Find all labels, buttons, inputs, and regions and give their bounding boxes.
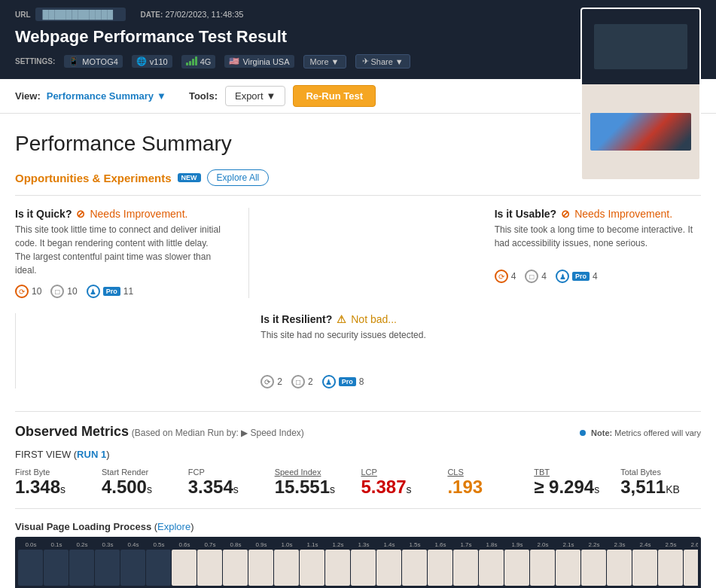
metric-name: CLS — [447, 468, 522, 477]
filmstrip-frame — [95, 550, 120, 586]
toolbar-view: View: Performance Summary ▼ — [15, 90, 166, 102]
chevron-down-icon: ▼ — [331, 57, 340, 66]
metric-value: 3,511KB — [620, 478, 695, 496]
filmstrip-time-label: 2.3s — [607, 541, 632, 548]
metric-name: Total Bytes — [620, 468, 695, 477]
pro-badge: Pro — [572, 272, 590, 281]
filmstrip-time-label: 1.9s — [504, 541, 530, 548]
url-label: URL — [15, 11, 31, 19]
metric-first-byte: First Byte 1.348s — [15, 468, 96, 496]
observed-metrics-title-area: Observed Metrics (Based on Median Run by… — [15, 424, 304, 440]
filmstrip-frame — [351, 550, 376, 586]
metric-tbt: TBT ≥ 9.294s — [528, 468, 614, 496]
metric-item: ♟ Pro 8 — [322, 375, 364, 388]
pro-badge: Pro — [339, 377, 356, 386]
person-icon: ♟ — [87, 285, 100, 298]
filmstrip-frame — [325, 550, 350, 586]
rerun-button[interactable]: Re-Run Test — [293, 85, 376, 107]
thumb-top — [582, 9, 699, 84]
filmstrip: 0.0s0.1s0.2s0.3s0.4s0.5s0.6s0.7s0.8s0.9s… — [15, 537, 701, 588]
share-button[interactable]: ✈ Share ▼ — [355, 54, 410, 69]
metric-value: 5.387s — [361, 478, 436, 496]
filmstrip-frame — [69, 550, 94, 586]
filmstrip-time-label: 1.5s — [402, 541, 428, 548]
metric-item: □ 10 — [50, 285, 77, 298]
filmstrip-frame — [658, 550, 683, 586]
phone-icon: 📱 — [69, 56, 79, 66]
settings-location: 🇺🇸 Virginia USA — [224, 55, 294, 68]
filmstrip-frame — [146, 550, 171, 586]
metric-item: ♟ Pro 4 — [556, 270, 598, 283]
observed-metrics-subtitle: (Based on Median Run by: ▶ Speed Index) — [132, 428, 304, 438]
card-desc-usable: This site took a long time to become int… — [495, 223, 693, 262]
filmstrip-time-label: 2.0s — [530, 541, 556, 548]
status-icon-yellow: ⚠ — [337, 313, 346, 325]
filmstrip-time-label: 1.7s — [453, 541, 479, 548]
filmstrip-frame — [44, 550, 69, 586]
filmstrip-time-label: 0.8s — [223, 541, 248, 548]
thumb-image — [590, 113, 690, 151]
view-select[interactable]: Performance Summary ▼ — [47, 90, 166, 102]
chevron-down-icon: ▼ — [267, 90, 276, 102]
score-card-resilient: Is it Resilient? ⚠ Not bad... This site … — [248, 313, 467, 388]
filmstrip-time-label: 2.2s — [581, 541, 607, 548]
run-link[interactable]: RUN 1 — [77, 449, 106, 460]
metric-value: 15.551s — [275, 478, 349, 496]
filmstrip-frame — [274, 550, 299, 586]
more-button[interactable]: More ▼ — [303, 55, 346, 69]
note-text: Note: Metrics offered will vary — [580, 428, 701, 437]
card-divider — [248, 208, 467, 298]
metric-name: TBT — [534, 468, 608, 477]
filmstrip-time-label: 0.3s — [95, 541, 120, 548]
card-divider-2 — [15, 313, 233, 388]
first-view-label: FIRST VIEW (RUN 1) — [15, 449, 701, 460]
filmstrip-time-label: 1.2s — [325, 541, 351, 548]
filmstrip-frame — [684, 550, 698, 586]
filmstrip-time-label: 0.1s — [44, 541, 69, 548]
filmstrip-frame — [402, 550, 427, 586]
speed-icon: ⟳ — [495, 270, 508, 283]
metric-start-render: Start Render 4.500s — [96, 468, 182, 496]
filmstrip-frames — [18, 550, 698, 586]
explore-all-button[interactable]: Explore All — [207, 169, 270, 186]
person-icon: ♟ — [556, 270, 569, 283]
view-label: View: — [15, 90, 41, 102]
metric-name: Speed Index — [275, 468, 349, 477]
filmstrip-time-label: 0.6s — [172, 541, 197, 548]
card-metrics-resilient: ⟳ 2 □ 2 ♟ Pro 8 — [261, 375, 459, 388]
pro-badge: Pro — [103, 287, 120, 296]
doc-icon: □ — [525, 270, 538, 283]
explore-link[interactable]: Explore — [157, 521, 190, 532]
card-title-usable: Is it Usable? ⊘ Needs Improvement. — [495, 208, 693, 220]
status-icon-orange: ⊘ — [76, 208, 85, 220]
person-icon: ♟ — [322, 375, 336, 388]
filmstrip-frame — [453, 550, 478, 586]
export-button[interactable]: Export ▼ — [225, 86, 285, 106]
metric-name: LCP — [361, 468, 436, 477]
filmstrip-frame — [632, 550, 657, 586]
date-label: DATE: — [141, 11, 163, 19]
thumb-bottom — [582, 84, 699, 179]
signal-icon — [186, 56, 197, 67]
filmstrip-time-label: 1.1s — [300, 541, 325, 548]
metrics-divider — [15, 411, 701, 412]
filmstrip-frame — [376, 550, 401, 586]
filmstrip-frame — [197, 550, 222, 586]
score-cards: Is it Quick? ⊘ Needs Improvement. This s… — [15, 208, 701, 388]
filmstrip-times: 0.0s0.1s0.2s0.3s0.4s0.5s0.6s0.7s0.8s0.9s… — [18, 541, 698, 548]
card-desc-resilient: This site had no security issues detecte… — [261, 328, 459, 367]
flag-icon: 🇺🇸 — [229, 56, 239, 66]
filmstrip-frame — [428, 550, 452, 586]
filmstrip-time-label: 1.0s — [274, 541, 300, 548]
filmstrip-frame — [248, 550, 273, 586]
filmstrip-time-label: 1.4s — [376, 541, 402, 548]
filmstrip-time-label: 0.4s — [120, 541, 146, 548]
filmstrip-time-label: 0.0s — [18, 541, 44, 548]
card-metrics-quick: ⟳ 10 □ 10 ♟ Pro 11 — [15, 285, 226, 298]
filmstrip-frame — [581, 550, 606, 586]
filmstrip-time-label: 1.3s — [351, 541, 376, 548]
metric-total-bytes: Total Bytes 3,511KB — [614, 468, 701, 496]
card-title-quick: Is it Quick? ⊘ Needs Improvement. — [15, 208, 226, 220]
metric-item: ⟳ 10 — [15, 285, 41, 298]
view-selected-label: Performance Summary — [47, 90, 154, 102]
